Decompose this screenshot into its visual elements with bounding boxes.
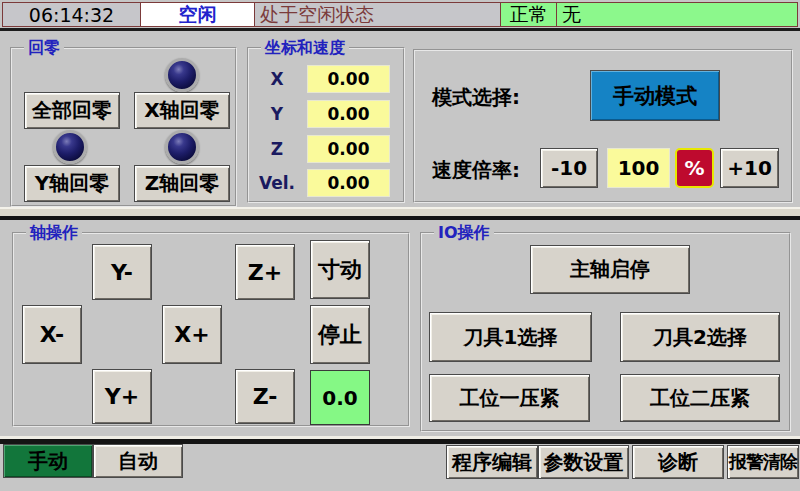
manual-tab-button[interactable]: 手动 [3, 444, 93, 478]
coord-label-vel: Vel. [253, 173, 301, 193]
axis-z-minus-button[interactable]: Z- [235, 369, 295, 424]
bottom-bar: 手动 自动 程序编辑 参数设置 诊断 报警清除 [0, 444, 800, 491]
status-bar: 06:14:32 空闲 处于空闲状态 正常 无 [2, 2, 798, 27]
io-group: IO操作 主轴启停 刀具1选择 刀具2选择 工位一压紧 工位二压紧 [420, 232, 791, 432]
station1-clamp-button[interactable]: 工位一压紧 [429, 374, 590, 422]
coord-label-x: X [253, 69, 301, 89]
x-home-led-indicator [165, 58, 199, 92]
coord-row-vel: Vel. 0.00 [253, 169, 390, 197]
y-home-led-indicator [53, 130, 87, 164]
tool2-select-button[interactable]: 刀具2选择 [620, 312, 780, 362]
axis-x-minus-button[interactable]: X- [22, 305, 82, 364]
jog-mode-button[interactable]: 寸动 [310, 240, 370, 299]
home-group-title: 回零 [24, 38, 64, 57]
speed-value-field[interactable]: 100 [607, 148, 670, 188]
axis-y-minus-button[interactable]: Y- [92, 244, 152, 300]
horizontal-splitter-bottom [0, 436, 800, 444]
jog-step-field[interactable]: 0.0 [310, 370, 370, 425]
station2-clamp-button[interactable]: 工位二压紧 [620, 374, 780, 422]
coord-label-z: Z [253, 139, 301, 159]
coords-group: 坐标和速度 X 0.00 Y 0.00 Z 0.00 Vel. 0.00 [247, 47, 405, 203]
home-y-button[interactable]: Y轴回零 [24, 165, 120, 202]
coord-label-y: Y [253, 104, 301, 124]
mode-select-label: 模式选择: [432, 84, 520, 111]
coord-value-z: 0.00 [307, 135, 390, 163]
param-settings-button[interactable]: 参数设置 [538, 445, 629, 479]
tool1-select-button[interactable]: 刀具1选择 [429, 312, 592, 362]
home-all-button[interactable]: 全部回零 [24, 92, 120, 129]
program-edit-button[interactable]: 程序编辑 [446, 445, 538, 479]
axis-x-plus-button[interactable]: X+ [162, 305, 222, 364]
coord-value-x: 0.00 [307, 65, 390, 93]
axis-group-title: 轴操作 [26, 223, 82, 242]
spindle-toggle-button[interactable]: 主轴启停 [530, 245, 690, 294]
speed-plus-button[interactable]: +10 [720, 148, 779, 188]
hmi-screen: 06:14:32 空闲 处于空闲状态 正常 无 回零 全部回零 X轴回零 Y轴回… [0, 0, 800, 491]
percent-badge: % [675, 148, 714, 188]
alarm-state-indicator: 正常 [501, 3, 557, 26]
coord-row-y: Y 0.00 [253, 100, 390, 128]
horizontal-splitter-top [0, 207, 800, 220]
coord-value-vel: 0.00 [307, 169, 390, 197]
home-group: 回零 全部回零 X轴回零 Y轴回零 Z轴回零 [10, 47, 237, 207]
coords-group-title: 坐标和速度 [261, 38, 349, 57]
stop-button[interactable]: 停止 [310, 305, 370, 364]
status-message: 处于空闲状态 [255, 3, 501, 26]
mode-group: 模式选择: 手动模式 速度倍率: -10 100 % +10 [413, 49, 793, 203]
machine-state-indicator: 空闲 [141, 3, 255, 26]
manual-mode-button[interactable]: 手动模式 [590, 70, 720, 121]
axis-y-plus-button[interactable]: Y+ [92, 369, 152, 424]
home-z-button[interactable]: Z轴回零 [134, 165, 230, 202]
coord-row-z: Z 0.00 [253, 135, 390, 163]
axis-z-plus-button[interactable]: Z+ [235, 244, 295, 300]
diagnosis-button[interactable]: 诊断 [632, 445, 724, 479]
auto-tab-button[interactable]: 自动 [93, 444, 183, 478]
home-x-button[interactable]: X轴回零 [134, 92, 230, 129]
speed-minus-button[interactable]: -10 [540, 148, 598, 188]
clock: 06:14:32 [3, 3, 141, 26]
top-divider [0, 28, 800, 31]
coord-value-y: 0.00 [307, 100, 390, 128]
io-group-title: IO操作 [434, 223, 494, 242]
alarm-clear-button[interactable]: 报警清除 [727, 445, 799, 479]
alarm-message: 无 [557, 3, 797, 26]
z-home-led-indicator [165, 130, 199, 164]
speed-rate-label: 速度倍率: [432, 157, 520, 184]
axis-group: 轴操作 Y- Z+ 寸动 X- X+ 停止 Y+ Z- 0.0 [12, 232, 410, 427]
coord-row-x: X 0.00 [253, 65, 390, 93]
